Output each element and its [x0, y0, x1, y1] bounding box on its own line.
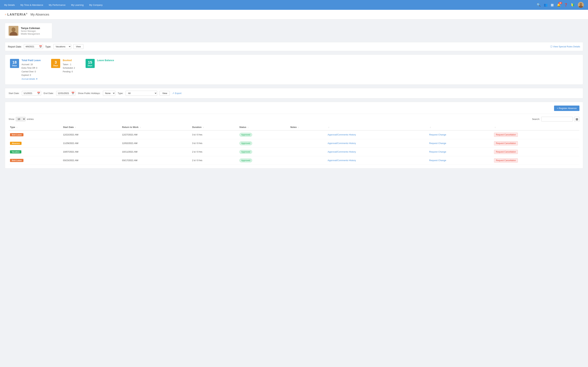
type-badge-3: Sick Leave [10, 159, 24, 162]
col-duration[interactable]: Duration ↕ [191, 124, 238, 130]
approval-history-link-3[interactable]: Approval/Comments History [328, 159, 356, 162]
special-rules-link[interactable]: ⓘ View Special Rules Details [550, 45, 580, 48]
col-type[interactable]: Type ↕ [9, 124, 62, 130]
col-notes[interactable]: Notes ↕ [289, 124, 326, 130]
status-badge-0: Approved [239, 133, 252, 137]
robot-icon[interactable]: 🔰 [571, 3, 575, 7]
help-icon[interactable]: ❓ [564, 3, 568, 7]
export-icon: ↗ [172, 92, 174, 95]
accrued-text: Accrued: 18 [22, 63, 41, 66]
user-card: Tanya Coleman Senior Manager, Middle Man… [5, 23, 52, 39]
register-absence-button[interactable]: + Register Absence [554, 106, 579, 111]
entries-select[interactable]: 10 25 50 100 [16, 117, 26, 121]
show-holidays-label: Show Public Holidays: [78, 92, 100, 95]
cell-start-date-2: 10/07/2021 AM [62, 148, 121, 156]
col-return-to-work[interactable]: Return to Work ↕ [121, 124, 191, 130]
table-header-row: + Register Absence [9, 106, 579, 111]
report-date-calendar-icon[interactable]: 📅 [39, 45, 42, 48]
booked-block: 3 Days Booked Taken : 1 Scheduled: 2 Pen… [51, 59, 75, 80]
status-badge-3: Approved [239, 158, 252, 162]
top-navigation: My Details My Time & Attendance My Perfo… [0, 0, 588, 10]
cell-action3-2: Request Cancellation [493, 148, 579, 156]
cell-status-1: Approved [238, 139, 289, 148]
search-input[interactable] [541, 117, 573, 121]
nav-links: My Details My Time & Attendance My Perfo… [4, 4, 103, 6]
pending-text: Pending: 0 [63, 70, 75, 73]
extra-time-off-text: Extra Time Off: 0 [22, 66, 41, 70]
cell-status-3: Approved [238, 156, 289, 165]
info-icon: ⓘ [550, 45, 553, 48]
type-label: Type: [45, 45, 51, 48]
report-date-row: Report Date: 📅 Type: Vacations Sick Leav… [5, 42, 583, 51]
cell-duration-1: 3 d / 0 hrs [191, 139, 238, 148]
total-paid-leave-number: 18 [12, 60, 17, 64]
holidays-select[interactable]: None Show [103, 91, 115, 96]
booked-box: 3 Days [51, 59, 60, 68]
cell-action1-2: Approval/Comments History [326, 148, 428, 156]
nav-my-company[interactable]: My Company [89, 4, 103, 6]
nav-my-learning[interactable]: My Learning [71, 4, 84, 6]
entries-label: entries [27, 118, 34, 120]
end-date-calendar-icon[interactable]: 📅 [71, 92, 74, 95]
cell-action2-1: Request Change [428, 139, 493, 148]
request-cancellation-btn-0[interactable]: Request Cancellation [494, 133, 518, 137]
cell-action1-3: Approval/Comments History [326, 156, 428, 165]
people-icon[interactable]: 👥 [544, 3, 548, 7]
table-header-row: Type ↕ Start Date ↕ Return to Work ↕ Dur… [9, 124, 579, 130]
status-badge-1: Approved [239, 141, 252, 145]
columns-toggle-icon[interactable]: ▦ [574, 117, 579, 122]
search-row: Search: ▦ [532, 117, 579, 122]
filter-view-button[interactable]: View [160, 91, 170, 96]
start-date-calendar-icon[interactable]: 📅 [37, 92, 40, 95]
logo: ▫ LANTERIA® [5, 12, 28, 17]
total-paid-leave-box: 18 Days [10, 59, 19, 68]
absences-table: Type ↕ Start Date ↕ Return to Work ↕ Dur… [9, 124, 579, 165]
search-icon[interactable]: 🔍 [537, 3, 541, 7]
request-change-link-0[interactable]: Request Change [429, 133, 446, 136]
request-cancellation-btn-1[interactable]: Request Cancellation [494, 141, 518, 145]
user-avatar [9, 26, 18, 36]
approval-history-link-1[interactable]: Approval/Comments History [328, 142, 356, 144]
booked-title: Booked [63, 59, 75, 62]
request-cancellation-btn-2[interactable]: Request Cancellation [494, 150, 518, 154]
table-section: + Register Absence Show 10 25 50 100 ent… [5, 102, 583, 168]
type-select[interactable]: Vacations Sick Leave Absence All [53, 44, 71, 49]
cell-start-date-3: 03/15/2021 AM [62, 156, 121, 165]
user-avatar-nav[interactable] [578, 2, 584, 8]
col-status[interactable]: Status ↕ [238, 124, 289, 130]
leave-balance-details: Leave Balance [97, 59, 114, 63]
accrual-details-link[interactable]: Accrual details ▼ [22, 78, 41, 80]
status-badge-2: Approved [239, 150, 252, 154]
search-label: Search: [532, 118, 540, 120]
request-change-link-1[interactable]: Request Change [429, 142, 446, 144]
table-controls: Show 10 25 50 100 entries Search: ▦ [9, 117, 579, 122]
col-start-date[interactable]: Start Date ↕ [62, 124, 121, 130]
nav-my-details[interactable]: My Details [4, 4, 15, 6]
request-change-link-3[interactable]: Request Change [429, 159, 446, 162]
nav-my-time[interactable]: My Time & Attendance [20, 4, 43, 6]
page-header: ▫ LANTERIA® My Absences [0, 10, 588, 19]
request-cancellation-btn-3[interactable]: Request Cancellation [494, 158, 518, 163]
notification-badge: 16 [558, 2, 562, 4]
grid-icon[interactable]: ▦ [551, 3, 554, 7]
col-action3[interactable]: ↕ [493, 124, 579, 130]
cell-return-2: 10/11/2021 AM [121, 148, 191, 156]
request-change-link-2[interactable]: Request Change [429, 150, 446, 153]
scheduled-text: Scheduled: 2 [63, 66, 75, 70]
user-role: Senior Manager, [21, 30, 40, 32]
bell-icon[interactable]: 🔔 16 [557, 3, 561, 7]
cell-return-0: 12/27/2021 AM [121, 130, 191, 139]
type-badge-0: Sick Leave [10, 133, 24, 136]
nav-right-icons: 🔍 👥 ▦ 🔔 16 ❓ 🔰 [537, 2, 584, 8]
report-view-button[interactable]: View [73, 44, 84, 49]
export-button[interactable]: ↗ Export [172, 92, 182, 95]
approval-history-link-2[interactable]: Approval/Comments History [328, 150, 356, 153]
nav-my-performance[interactable]: My Performance [49, 4, 65, 6]
col-action2[interactable]: ↕ [428, 124, 493, 130]
filter-type-select[interactable]: All Vacations Sick Leave Absence [126, 91, 157, 96]
approval-history-link-0[interactable]: Approval/Comments History [328, 133, 356, 136]
col-action1[interactable]: ↕ [326, 124, 428, 130]
type-badge-2: Vacation [10, 150, 21, 153]
total-paid-leave-unit: Days [12, 65, 17, 67]
cell-start-date-1: 11/29/2021 AM [62, 139, 121, 148]
